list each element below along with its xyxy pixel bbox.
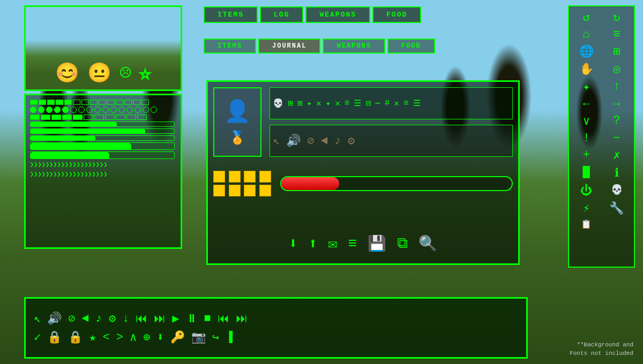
- cross2-icon[interactable]: ✕: [335, 98, 340, 109]
- upload-icon[interactable]: ⬆: [309, 234, 318, 253]
- rew-t-icon[interactable]: ⏮: [136, 312, 147, 326]
- bolt-icon[interactable]: ⚡: [572, 200, 601, 217]
- dot: [229, 171, 241, 183]
- target-icon[interactable]: ◎: [602, 61, 632, 78]
- doc-icon[interactable]: 📋: [572, 218, 601, 231]
- long-bar-row: [30, 122, 175, 127]
- sound-t-icon[interactable]: 🔊: [47, 312, 62, 326]
- home-icon[interactable]: ⌂: [572, 27, 601, 42]
- circle-empty: [94, 107, 101, 113]
- bar-seg-empty: [94, 115, 104, 120]
- list2-icon[interactable]: ☰: [354, 98, 361, 109]
- question-icon[interactable]: ?: [602, 113, 632, 130]
- vol-t-icon[interactable]: ◄: [82, 312, 89, 325]
- cross-icon[interactable]: ✕: [316, 98, 322, 109]
- close-icon[interactable]: ✗: [602, 147, 632, 164]
- gt-t-icon[interactable]: >: [116, 331, 123, 344]
- sub-tab-food[interactable]: FOOD: [387, 39, 435, 54]
- sound-icon[interactable]: 🔊: [286, 134, 301, 148]
- cross3-icon[interactable]: ✕: [394, 98, 399, 109]
- prev-t-icon[interactable]: ⏮: [218, 312, 229, 326]
- dl-t-icon[interactable]: ⬇: [156, 330, 163, 345]
- long-bar-fill: [31, 129, 145, 134]
- list3-icon[interactable]: ≡: [403, 98, 409, 108]
- battery-icon[interactable]: ▐▌: [572, 165, 601, 181]
- cam-t-icon[interactable]: 📷: [191, 330, 206, 345]
- music-t-icon[interactable]: ♪: [95, 312, 102, 325]
- lock2-t-icon[interactable]: 🔒: [68, 330, 83, 345]
- plus-icon[interactable]: +: [572, 147, 601, 164]
- bar-seg-empty: [99, 100, 106, 105]
- sub-nav-tabs: ITEMS JOURNAL WEAPONS FOOD: [204, 39, 435, 54]
- hand-icon[interactable]: ✋: [572, 61, 601, 78]
- save-icon[interactable]: 💾: [368, 234, 386, 253]
- next-t-icon[interactable]: ⏭: [236, 312, 248, 326]
- sub-tab-items[interactable]: ITEMS: [204, 39, 256, 54]
- export-t-icon[interactable]: ↪: [212, 330, 219, 345]
- menu-icon[interactable]: ≡: [602, 27, 632, 42]
- up-icon[interactable]: ↑: [602, 79, 632, 95]
- list-icon[interactable]: ≡: [345, 98, 350, 108]
- bar-seg-empty: [105, 115, 115, 120]
- no-icon[interactable]: ⊘: [307, 134, 314, 148]
- down-v-icon[interactable]: ∨: [572, 113, 601, 130]
- bar-seg-empty: [84, 115, 93, 120]
- circle-empty: [78, 107, 85, 113]
- music-icon[interactable]: ♪: [334, 134, 341, 148]
- grid3-icon[interactable]: ⊟: [365, 98, 371, 109]
- power-icon[interactable]: ⏻: [572, 183, 601, 199]
- list4-icon[interactable]: ☰: [413, 98, 421, 109]
- dot: [259, 185, 271, 196]
- ban-t-icon[interactable]: ⊘: [68, 312, 75, 326]
- star2-icon[interactable]: ✦: [326, 98, 331, 109]
- grid-icon[interactable]: ⊞: [288, 98, 293, 109]
- dots-icon[interactable]: ⋯: [375, 98, 380, 109]
- search-icon[interactable]: 🔍: [418, 234, 437, 253]
- crosshair-t-icon[interactable]: ⊕: [143, 330, 150, 345]
- long-bar-fill: [31, 136, 95, 141]
- up-t-icon[interactable]: ∧: [130, 330, 137, 345]
- tab-food[interactable]: FOOD: [372, 6, 421, 23]
- info-icon[interactable]: ℹ: [602, 165, 632, 181]
- resize-icon[interactable]: ↖: [273, 134, 280, 148]
- wrench-icon[interactable]: 🔧: [602, 200, 632, 217]
- mail-icon[interactable]: ✉: [328, 234, 338, 253]
- move-icon[interactable]: ✦: [572, 79, 601, 95]
- skull-r-icon[interactable]: 💀: [602, 183, 632, 199]
- lock1-t-icon[interactable]: 🔒: [47, 330, 62, 345]
- refresh-icon[interactable]: ↺: [572, 9, 601, 26]
- exclaim-icon[interactable]: !: [572, 131, 601, 146]
- star-t-icon[interactable]: ★: [89, 330, 96, 345]
- sub-tab-journal[interactable]: JOURNAL: [258, 39, 320, 54]
- skull-icon[interactable]: 💀: [273, 98, 283, 109]
- sub-tab-weapons[interactable]: WEAPONS: [323, 39, 385, 54]
- left-icon[interactable]: ←: [572, 96, 601, 112]
- grid-r-icon[interactable]: ⊞: [602, 43, 632, 60]
- resize-t-icon[interactable]: ↖: [34, 312, 41, 326]
- right-icon[interactable]: →: [602, 96, 632, 112]
- minus-icon[interactable]: −: [602, 131, 632, 146]
- volume-down-icon[interactable]: ◄: [321, 134, 328, 148]
- globe-icon[interactable]: 🌐: [572, 43, 601, 60]
- fwd-t-icon[interactable]: ⏭: [154, 312, 166, 326]
- pause-t-icon[interactable]: ⏸: [186, 312, 198, 326]
- grid-icon-2[interactable]: ⊞: [297, 98, 303, 109]
- tab-weapons[interactable]: WEAPONS: [305, 6, 370, 23]
- play-t-icon[interactable]: ▶: [172, 312, 179, 326]
- key-t-icon[interactable]: 🔑: [170, 330, 185, 345]
- star-icon[interactable]: ✦: [306, 98, 312, 109]
- down-t-icon[interactable]: ↓: [122, 312, 129, 325]
- tab-log[interactable]: LOG: [260, 6, 303, 23]
- tab-items[interactable]: ITEMS: [204, 6, 258, 23]
- gear-t-icon[interactable]: ⚙: [109, 312, 116, 326]
- check-t-icon[interactable]: ✓: [34, 330, 41, 345]
- copy-icon[interactable]: ⧉: [397, 236, 408, 252]
- hash-icon[interactable]: #: [385, 98, 390, 108]
- lt-t-icon[interactable]: <: [103, 331, 110, 344]
- download-icon[interactable]: ⬇: [289, 234, 298, 253]
- settings-icon[interactable]: ⚙: [348, 134, 355, 148]
- refresh2-icon[interactable]: ↻: [602, 9, 632, 26]
- bar-t-icon[interactable]: ▐: [226, 331, 233, 344]
- list-icon-action[interactable]: ≡: [348, 236, 357, 252]
- stop-t-icon[interactable]: ■: [204, 312, 211, 325]
